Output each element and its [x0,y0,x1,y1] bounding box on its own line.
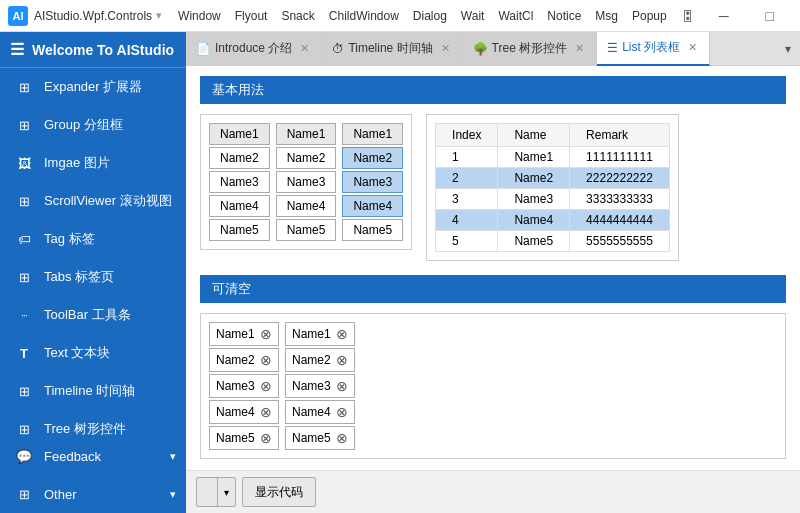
menu-msg[interactable]: Msg [589,7,624,25]
menu-window[interactable]: Window [172,7,227,25]
tab-introduce-close[interactable]: ✕ [298,41,311,56]
sidebar-item-tree[interactable]: ⊞ Tree 树形控件 [0,410,186,437]
section2-header: 可清空 [200,275,786,303]
table-row[interactable]: 1 Name1 1111111111 [436,147,670,168]
menu-snack[interactable]: Snack [275,7,320,25]
sidebar-item-group[interactable]: ⊞ Group 分组框 [0,106,186,144]
tab-bar: 📄 Introduce 介绍 ✕ ⏱ Timeline 时间轴 ✕ 🌳 Tree… [186,32,800,66]
table-cell-remark: 4444444444 [570,210,670,231]
list-col2-row4[interactable]: Name5 [276,219,337,241]
list-col1-row1[interactable]: Name2 [209,147,270,169]
clearable-cell[interactable]: Name2 ⊗ [285,348,355,372]
scrollviewer-icon: ⊞ [14,191,34,211]
clearable-cell-close-icon[interactable]: ⊗ [336,326,348,342]
clearable-cell-close-icon[interactable]: ⊗ [260,430,272,446]
menu-waitcl[interactable]: WaitCl [492,7,539,25]
sidebar-item-other[interactable]: ⊞ Other ▾ [0,475,186,513]
list-col1-row4[interactable]: Name5 [209,219,270,241]
tab-list-close[interactable]: ✕ [686,40,699,55]
tab-list[interactable]: ☰ List 列表框 ✕ [597,32,710,66]
sidebar-item-scrollviewer[interactable]: ⊞ ScrollViewer 滚动视图 [0,182,186,220]
tab-introduce-label: Introduce 介绍 [215,40,292,57]
clearable-cell-close-icon[interactable]: ⊗ [260,404,272,420]
tab-more-button[interactable]: ▾ [776,32,800,66]
clearable-cell-close-icon[interactable]: ⊗ [336,352,348,368]
table-row[interactable]: 3 Name3 3333333333 [436,189,670,210]
table-cell-remark: 5555555555 [570,231,670,252]
sidebar-item-label: Text 文本块 [44,344,110,362]
dropdown-button[interactable]: ▾ [196,477,236,507]
sidebar-item-expander[interactable]: ⊞ Expander 扩展器 [0,68,186,106]
clearable-cell[interactable]: Name3 ⊗ [285,374,355,398]
tab-tree[interactable]: 🌳 Tree 树形控件 ✕ [463,32,598,66]
hamburger-icon[interactable]: ☰ [10,40,24,59]
table-row[interactable]: 4 Name4 4444444444 [436,210,670,231]
clearable-cell[interactable]: Name5 ⊗ [209,426,279,450]
tab-timeline-close[interactable]: ✕ [439,41,452,56]
clearable-cell[interactable]: Name3 ⊗ [209,374,279,398]
list-grid: Name1 Name2 Name3 Name4 Name5 Name1 Name… [200,114,412,250]
close-button[interactable]: ✕ [793,0,800,32]
clearable-cell-close-icon[interactable]: ⊗ [336,378,348,394]
table-header-remark: Remark [570,124,670,147]
table-row[interactable]: 5 Name5 5555555555 [436,231,670,252]
maximize-button[interactable]: □ [747,0,793,32]
clearable-cell-close-icon[interactable]: ⊗ [260,326,272,342]
list-col3-row2[interactable]: Name3 [342,171,403,193]
clearable-cell[interactable]: Name5 ⊗ [285,426,355,450]
sidebar-item-toolbar[interactable]: ··· ToolBar 工具条 [0,296,186,334]
clearable-cell[interactable]: Name1 ⊗ [209,322,279,346]
clearable-col-1: Name1 ⊗ Name2 ⊗ Name3 ⊗ Name4 [209,322,279,450]
sidebar-item-timeline[interactable]: ⊞ Timeline 时间轴 [0,372,186,410]
tab-introduce[interactable]: 📄 Introduce 介绍 ✕ [186,32,322,66]
list-col1-header: Name1 [209,123,270,145]
menu-wait[interactable]: Wait [455,7,491,25]
clearable-cell-close-icon[interactable]: ⊗ [260,352,272,368]
sidebar-item-tabs[interactable]: ⊞ Tabs 标签页 [0,258,186,296]
clearable-cell[interactable]: Name2 ⊗ [209,348,279,372]
tab-tree-close[interactable]: ✕ [573,41,586,56]
sidebar-title: Welcome To AIStudio [32,42,174,58]
clearable-cell-text: Name1 [216,327,256,341]
list-col1-row2[interactable]: Name3 [209,171,270,193]
clearable-cell-text: Name5 [216,431,256,445]
dropdown-arrow-icon[interactable]: ▾ [217,478,235,506]
tab-tree-label: Tree 树形控件 [492,40,568,57]
list-col2-row3[interactable]: Name4 [276,195,337,217]
list-col2-row2[interactable]: Name3 [276,171,337,193]
table-cell-index: 5 [436,231,498,252]
menu-popup[interactable]: Popup [626,7,673,25]
list-col-2: Name1 Name2 Name3 Name4 Name5 [276,123,337,241]
controls-icon[interactable]: 🎛 [675,8,701,24]
tab-timeline-label: Timeline 时间轴 [348,40,432,57]
clearable-cell[interactable]: Name4 ⊗ [209,400,279,424]
clearable-cell[interactable]: Name1 ⊗ [285,322,355,346]
list-col3-row4[interactable]: Name5 [342,219,403,241]
list-col3-row1[interactable]: Name2 [342,147,403,169]
app-dropdown-arrow[interactable]: ▾ [156,9,162,22]
show-code-button[interactable]: 显示代码 [242,477,316,507]
list-col3-row3[interactable]: Name4 [342,195,403,217]
clearable-cell[interactable]: Name4 ⊗ [285,400,355,424]
sidebar-item-tag[interactable]: 🏷 Tag 标签 [0,220,186,258]
sidebar-item-text[interactable]: T Text 文本块 [0,334,186,372]
clearable-cell-close-icon[interactable]: ⊗ [336,430,348,446]
table-row[interactable]: 2 Name2 2222222222 [436,168,670,189]
sidebar-item-feedback[interactable]: 💬 Feedback ▾ [0,437,186,475]
list-col1-row3[interactable]: Name4 [209,195,270,217]
menu-flyout[interactable]: Flyout [229,7,274,25]
table-cell-remark: 3333333333 [570,189,670,210]
menu-childwindow[interactable]: ChildWindow [323,7,405,25]
menu-dialog[interactable]: Dialog [407,7,453,25]
minimize-button[interactable]: ─ [701,0,747,32]
sidebar-list: ⊞ Expander 扩展器 ⊞ Group 分组框 🖼 Imgae 图片 ⊞ … [0,68,186,437]
sidebar-footer: 💬 Feedback ▾ ⊞ Other ▾ [0,437,186,513]
tab-timeline[interactable]: ⏱ Timeline 时间轴 ✕ [322,32,462,66]
sidebar-item-image[interactable]: 🖼 Imgae 图片 [0,144,186,182]
clearable-cell-close-icon[interactable]: ⊗ [260,378,272,394]
list-col2-header: Name1 [276,123,337,145]
clearable-cell-close-icon[interactable]: ⊗ [336,404,348,420]
list-col2-row1[interactable]: Name2 [276,147,337,169]
feedback-icon: 💬 [14,446,34,466]
menu-notice[interactable]: Notice [541,7,587,25]
